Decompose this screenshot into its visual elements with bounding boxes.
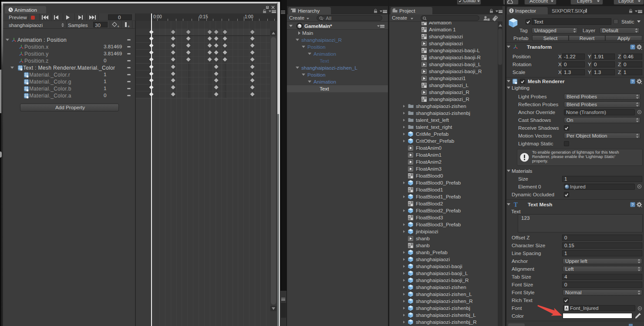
svg-text:?: ? [631,202,634,207]
svg-text:?: ? [631,79,634,84]
svg-text:T: T [514,202,518,208]
svg-text:?: ? [631,45,634,49]
